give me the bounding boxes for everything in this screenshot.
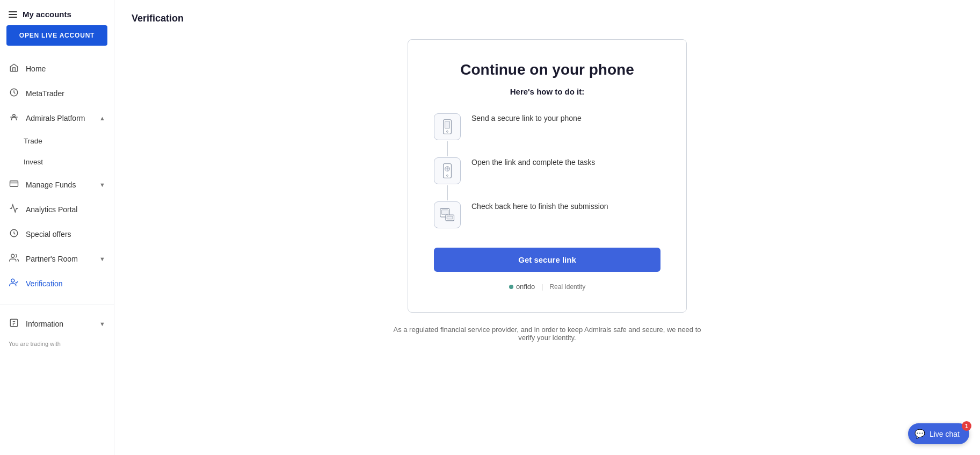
main-content: Verification Continue on your phone Here…	[114, 0, 980, 455]
verification-icon	[9, 278, 19, 290]
sidebar-item-trade[interactable]: Trade	[0, 131, 114, 151]
sidebar-item-special-offers[interactable]: Special offers	[0, 222, 114, 247]
sidebar-item-metatrader[interactable]: MetaTrader	[0, 81, 114, 106]
svg-point-4	[11, 254, 14, 257]
step-3-connector	[434, 201, 461, 228]
step-1-connector	[434, 113, 461, 157]
sidebar-title: My accounts	[23, 10, 71, 19]
svg-point-5	[11, 279, 14, 282]
chat-badge: 1	[962, 421, 971, 431]
step-2-line	[447, 185, 448, 200]
svg-rect-6	[10, 319, 18, 327]
step-1-text: Send a secure link to your phone	[471, 113, 582, 139]
manage-funds-icon	[9, 179, 19, 191]
step-2-text: Open the link and complete the tasks	[471, 157, 595, 183]
chevron-up-icon: ▲	[99, 115, 105, 121]
page-title: Verification	[132, 13, 963, 24]
live-chat-button[interactable]: 💬 Live chat 1	[908, 423, 969, 444]
sidebar-item-home[interactable]: Home	[0, 56, 114, 81]
sidebar-footer: Information ▼ You are trading with	[0, 305, 114, 358]
step-2-row: Open the link and complete the tasks	[434, 157, 595, 201]
step-3-row: Check back here to finish the submission	[434, 201, 608, 228]
sidebar-item-admirals-platform[interactable]: Admirals Platform ▲	[0, 106, 114, 131]
footer-note: As a regulated financial service provide…	[386, 326, 708, 342]
step-1-icon-box	[434, 113, 461, 140]
chat-icon: 💬	[914, 429, 925, 439]
open-live-account-button[interactable]: OPEN LIVE ACCOUNT	[6, 25, 107, 46]
partners-room-icon	[9, 253, 19, 265]
chevron-down-icon: ▼	[99, 182, 105, 188]
sidebar-navigation: Home MetaTrader Admirals Platform ▲ Trad…	[0, 54, 114, 455]
card-subtitle: Here's how to do it:	[434, 87, 660, 96]
svg-point-1	[13, 114, 16, 117]
sidebar-item-label-analytics: Analytics Portal	[26, 205, 105, 214]
sidebar-item-label-verification: Verification	[26, 279, 105, 288]
sidebar-item-analytics-portal[interactable]: Analytics Portal	[0, 197, 114, 222]
sidebar-item-label-special-offers: Special offers	[26, 230, 105, 239]
sidebar-item-label-home: Home	[26, 64, 105, 73]
step-3-icon-box	[434, 201, 461, 228]
chevron-down-icon-3: ▼	[99, 321, 105, 327]
content-panel: Verification Continue on your phone Here…	[114, 0, 980, 455]
trading-with-text: You are trading with	[0, 336, 114, 351]
step-2-connector	[434, 157, 461, 201]
sidebar-item-partners-room[interactable]: Partner's Room ▼	[0, 247, 114, 271]
information-icon	[9, 318, 19, 330]
step-3-text: Check back here to finish the submission	[471, 201, 608, 212]
chevron-down-icon-2: ▼	[99, 256, 105, 262]
steps-container: Send a secure link to your phone	[434, 113, 660, 228]
onfido-dot	[509, 285, 513, 289]
svg-rect-2	[10, 181, 18, 187]
metatrader-icon	[9, 88, 19, 99]
sidebar-item-label-partners-room: Partner's Room	[26, 255, 93, 263]
onfido-logo: onfido	[509, 283, 535, 291]
analytics-icon	[9, 204, 19, 215]
svg-rect-19	[441, 210, 448, 215]
sidebar-item-manage-funds[interactable]: Manage Funds ▼	[0, 172, 114, 197]
sidebar-item-label-manage-funds: Manage Funds	[26, 180, 93, 189]
onfido-branding: onfido | Real Identity	[434, 283, 660, 291]
svg-rect-21	[447, 216, 453, 219]
live-chat-label: Live chat	[930, 430, 960, 438]
admirals-platform-icon	[9, 112, 19, 124]
step-1-row: Send a secure link to your phone	[434, 113, 582, 157]
onfido-text: onfido	[516, 283, 535, 291]
sidebar-item-label-trade: Trade	[24, 137, 105, 145]
home-icon	[9, 63, 19, 75]
sidebar-item-invest[interactable]: Invest	[0, 151, 114, 172]
sidebar-item-verification[interactable]: Verification	[0, 271, 114, 296]
onfido-divider: |	[541, 283, 543, 291]
onfido-real-identity-text: Real Identity	[549, 283, 585, 291]
sidebar-item-label-admirals: Admirals Platform	[26, 114, 93, 122]
svg-rect-11	[445, 121, 450, 128]
verification-card: Continue on your phone Here's how to do …	[408, 39, 687, 313]
step-2-icon-box	[434, 157, 461, 184]
hamburger-icon[interactable]	[9, 11, 17, 18]
sidebar-header: My accounts	[0, 0, 114, 25]
sidebar-item-label-information: Information	[26, 320, 93, 328]
special-offers-icon	[9, 228, 19, 240]
card-main-title: Continue on your phone	[434, 61, 660, 78]
sidebar-item-label-invest: Invest	[24, 158, 105, 166]
get-secure-link-button[interactable]: Get secure link	[434, 248, 660, 272]
sidebar-item-label-metatrader: MetaTrader	[26, 89, 105, 98]
sidebar-item-information[interactable]: Information ▼	[0, 312, 114, 336]
step-1-line	[447, 141, 448, 156]
sidebar: My accounts OPEN LIVE ACCOUNT Home MetaT…	[0, 0, 114, 455]
